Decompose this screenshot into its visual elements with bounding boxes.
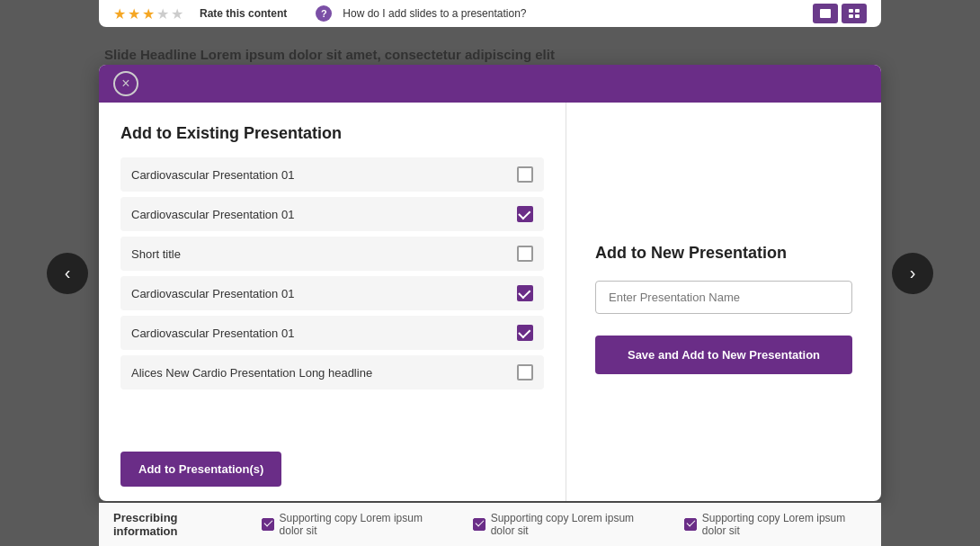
supporting-text-3: Supporting copy Lorem ipsum dolor sit — [702, 512, 867, 537]
prescribing-info-label: Prescribing information — [113, 511, 233, 538]
help-text[interactable]: How do I add slides to a presentation? — [343, 7, 526, 20]
left-panel-title: Add to Existing Presentation — [120, 124, 544, 143]
single-view-icon[interactable] — [813, 4, 838, 23]
pres-item-2-label: Cardiovascular Presentation 01 — [131, 208, 294, 221]
pres-item-3[interactable]: Short title — [120, 237, 544, 271]
supporting-checkbox-3 — [684, 518, 697, 531]
pres-item-4-label: Cardiovascular Presentation 01 — [131, 287, 294, 300]
star-3[interactable]: ★ — [142, 5, 155, 22]
close-button[interactable]: × — [113, 71, 138, 96]
pres-item-1[interactable]: Cardiovascular Presentation 01 — [120, 157, 544, 192]
svg-rect-0 — [820, 9, 831, 18]
supporting-text-1: Supporting copy Lorem ipsum dolor sit — [280, 512, 444, 537]
grid-view-icon[interactable] — [842, 4, 867, 23]
next-arrow[interactable]: › — [892, 253, 933, 294]
left-panel: Add to Existing Presentation Cardiovascu… — [99, 103, 566, 501]
pres-item-3-label: Short title — [131, 247, 181, 261]
right-panel-title: Add to New Presentation — [595, 244, 787, 263]
pres-item-5-checkbox[interactable] — [517, 325, 533, 341]
pres-item-3-checkbox[interactable] — [517, 246, 533, 262]
bottom-bar: Prescribing information Supporting copy … — [99, 503, 881, 546]
pres-item-4-checkbox[interactable] — [517, 285, 533, 301]
presentation-list: Cardiovascular Presentation 01 Cardiovas… — [120, 157, 544, 437]
pres-item-6-checkbox[interactable] — [517, 364, 533, 380]
modal: × Add to Existing Presentation Cardiovas… — [99, 65, 881, 501]
modal-header: × — [99, 65, 881, 103]
supporting-checkbox-2 — [473, 518, 486, 531]
pres-item-6[interactable]: Alices New Cardio Presentation Long head… — [120, 355, 544, 389]
presentation-name-input[interactable] — [595, 281, 852, 314]
star-1[interactable]: ★ — [113, 5, 126, 22]
pres-item-2-checkbox[interactable] — [517, 206, 533, 222]
supporting-item-3: Supporting copy Lorem ipsum dolor sit — [684, 512, 867, 537]
save-add-button[interactable]: Save and Add to New Presentation — [595, 336, 852, 374]
rate-label[interactable]: Rate this content — [200, 7, 287, 20]
slide-headline: Slide Headline Lorem ipsum dolor sit ame… — [104, 47, 555, 62]
pres-item-1-checkbox[interactable] — [517, 166, 533, 183]
help-icon[interactable]: ? — [316, 5, 332, 22]
prev-arrow[interactable]: ‹ — [47, 253, 88, 294]
pres-item-1-label: Cardiovascular Presentation 01 — [131, 168, 294, 182]
supporting-checkbox-1 — [262, 518, 274, 531]
supporting-item-2: Supporting copy Lorem ipsum dolor sit — [473, 512, 655, 537]
pres-item-5[interactable]: Cardiovascular Presentation 01 — [120, 316, 544, 350]
right-panel: Add to New Presentation Save and Add to … — [566, 103, 881, 501]
pres-item-6-label: Alices New Cardio Presentation Long head… — [131, 366, 372, 380]
top-bar: ★ ★ ★ ★ ★ Rate this content ? How do I a… — [99, 0, 881, 27]
star-2[interactable]: ★ — [128, 5, 140, 22]
view-icons — [813, 4, 867, 23]
star-4[interactable]: ★ — [156, 5, 169, 22]
supporting-item-1: Supporting copy Lorem ipsum dolor sit — [262, 512, 444, 537]
pres-item-5-label: Cardiovascular Presentation 01 — [131, 327, 294, 340]
pres-item-4[interactable]: Cardiovascular Presentation 01 — [120, 276, 544, 310]
modal-body: Add to Existing Presentation Cardiovascu… — [99, 103, 881, 501]
star-rating[interactable]: ★ ★ ★ ★ ★ — [113, 5, 183, 22]
pres-item-2[interactable]: Cardiovascular Presentation 01 — [120, 197, 544, 231]
supporting-text-2: Supporting copy Lorem ipsum dolor sit — [491, 512, 655, 537]
star-5[interactable]: ★ — [171, 5, 183, 22]
add-to-presentations-button[interactable]: Add to Presentation(s) — [120, 452, 281, 487]
